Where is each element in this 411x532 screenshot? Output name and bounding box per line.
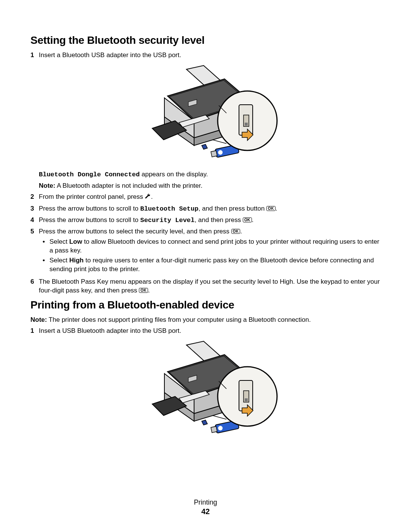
section1-steps-cont: 2 From the printer control panel, press …	[30, 193, 381, 295]
printer-usb-illustration	[30, 64, 381, 164]
dongle-connected-line: Bluetooth Dongle Connected appears on th…	[39, 170, 381, 179]
step-number: 3	[30, 204, 39, 213]
footer-page-number: 42	[0, 507, 411, 516]
page-footer: Printing 42	[0, 498, 411, 516]
ok-button-icon: OK	[266, 206, 276, 211]
svg-marker-10	[202, 144, 207, 149]
footer-section-name: Printing	[0, 498, 411, 506]
svg-rect-33	[211, 427, 217, 433]
section2-steps: 1 Insert a USB Bluetooth adapter into th…	[30, 327, 381, 335]
ok-button-icon: OK	[139, 288, 148, 293]
ok-button-icon: OK	[243, 217, 252, 222]
step1-text: Insert a Bluetooth USB adapter into the …	[39, 51, 181, 59]
bullet-high: Select High to require users to enter a …	[43, 256, 381, 274]
section2-note: Note: The printer does not support print…	[30, 316, 381, 324]
svg-rect-17	[245, 123, 248, 126]
svg-marker-31	[202, 420, 207, 425]
document-page: Setting the Bluetooth security level 1 I…	[0, 0, 411, 532]
printer-svg-icon	[129, 64, 282, 163]
step-number: 1	[30, 327, 39, 335]
security-level-bullets: Select Low to allow Bluetooth devices to…	[43, 238, 381, 274]
printer-svg-icon	[129, 339, 282, 438]
dongle-mono-text: Bluetooth Dongle Connected	[39, 171, 140, 178]
printer-usb-illustration-2	[30, 339, 381, 440]
bullet-low: Select Low to allow Bluetooth devices to…	[43, 238, 381, 255]
section1-heading: Setting the Bluetooth security level	[30, 34, 381, 46]
svg-rect-12	[211, 150, 217, 157]
wrench-icon	[145, 193, 151, 202]
section2-heading: Printing from a Bluetooth-enabled device	[30, 299, 381, 311]
note-adapter-not-included: Note: A Bluetooth adapter is not include…	[39, 182, 381, 190]
step-number: 1	[30, 51, 39, 60]
step-number: 2	[30, 193, 39, 201]
section1-steps: 1 Insert a Bluetooth USB adapter into th…	[30, 51, 381, 60]
svg-rect-38	[245, 398, 248, 401]
ok-button-icon: OK	[231, 229, 241, 234]
step-number: 4	[30, 216, 39, 225]
step-number: 6	[30, 278, 39, 286]
step-number: 5	[30, 227, 39, 236]
